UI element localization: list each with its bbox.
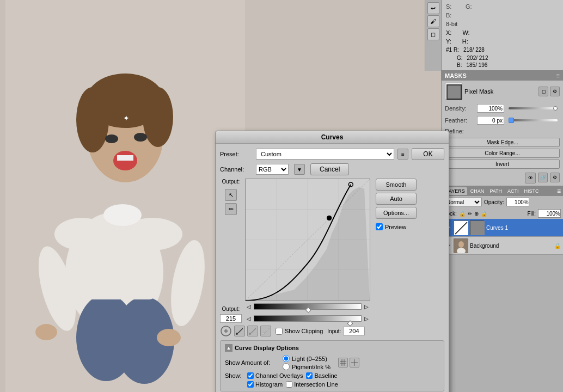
info-panel: S: G: B: 8-bit X: W: Y: H: #1 R: 218/ 22… bbox=[442, 0, 563, 71]
light-pigment-radio-group: Light (0–255) Pigment/Ink % bbox=[283, 355, 331, 370]
output-slider-arrow-right[interactable]: ▷ bbox=[363, 303, 370, 310]
curves-thumbnail bbox=[454, 220, 468, 235]
mask-options-btn[interactable]: ⚙ bbox=[550, 87, 560, 96]
svg-point-4 bbox=[76, 87, 109, 152]
input-value-input[interactable] bbox=[343, 327, 365, 335]
refine-buttons: Mask Edge... Color Range... Invert bbox=[442, 136, 563, 170]
layer-curves-1[interactable]: 👁 Curves 1 bbox=[442, 219, 563, 237]
input-gradient-slider[interactable] bbox=[254, 315, 362, 322]
coord-row: X: W: bbox=[444, 28, 561, 37]
curve-display-options: ▲ Curve Display Options Show Amount of: … bbox=[220, 340, 444, 391]
lock-image-icon[interactable]: ✏ bbox=[468, 211, 472, 217]
eyedropper-black-btn[interactable] bbox=[234, 326, 245, 336]
intersection-label: Intersection Line bbox=[294, 381, 338, 388]
tab-channels[interactable]: CHAN bbox=[468, 187, 487, 195]
tab-actions[interactable]: ACTI bbox=[505, 187, 521, 195]
preset-select[interactable]: Custom bbox=[256, 149, 394, 160]
input-slider-arrow-right[interactable]: ▷ bbox=[363, 315, 370, 322]
brush-tool[interactable]: 🖌 bbox=[427, 15, 439, 27]
mask-view-btn[interactable]: 👁 bbox=[525, 173, 536, 183]
histogram-checkbox[interactable] bbox=[247, 381, 254, 388]
b-label: B: bbox=[446, 12, 457, 19]
lock-all-icon[interactable]: 🔒 bbox=[481, 211, 487, 217]
output-value-input[interactable] bbox=[220, 314, 242, 323]
curve-pen-tool[interactable]: ✏ bbox=[225, 203, 237, 215]
background-lock-icon: 🔒 bbox=[554, 243, 561, 249]
options-toggle-btn[interactable]: ▲ bbox=[225, 344, 232, 352]
feather-label: Feather: bbox=[445, 117, 475, 124]
svg-rect-19 bbox=[76, 245, 155, 299]
tab-paths[interactable]: PATH bbox=[487, 187, 504, 195]
intersection-item: Intersection Line bbox=[286, 381, 338, 388]
curve-graph-container: Output: ↖ ✏ Output: bbox=[220, 179, 444, 323]
pigment-option-label: Pigment/Ink % bbox=[292, 364, 331, 370]
channel-overlays-checkbox[interactable] bbox=[247, 372, 254, 379]
output-slider-arrow-left[interactable]: ◁ bbox=[245, 303, 253, 310]
svg-point-18 bbox=[103, 204, 142, 226]
preset-menu-btn[interactable]: ≡ bbox=[397, 149, 408, 160]
options-header: ▲ Curve Display Options bbox=[225, 344, 439, 352]
refine-label-row: Refine: bbox=[442, 126, 563, 136]
fill-label: Fill: bbox=[527, 211, 536, 217]
lock-transparent-icon[interactable]: 🔒 bbox=[459, 211, 466, 217]
masks-menu-icon[interactable]: ≡ bbox=[556, 72, 560, 79]
svg-point-37 bbox=[236, 333, 238, 335]
w-label: W: bbox=[462, 29, 469, 36]
tab-histogram[interactable]: HISTC bbox=[522, 187, 541, 195]
cancel-button[interactable]: Cancel bbox=[310, 163, 349, 175]
preset-label: Preset: bbox=[220, 151, 253, 157]
mask-label: Pixel Mask bbox=[464, 88, 536, 95]
light-option-label: Light (0–255) bbox=[292, 356, 327, 362]
invert-btn[interactable]: Invert bbox=[445, 160, 560, 169]
smooth-button[interactable]: Smooth bbox=[376, 179, 417, 191]
channel-label: Channel: bbox=[220, 166, 253, 173]
layers-panel: LAYERS CHAN PATH ACTI HISTC ≡ Normal Opa… bbox=[442, 186, 563, 255]
eyedropper-white-btn[interactable] bbox=[260, 326, 271, 336]
g1-label: G: bbox=[457, 55, 463, 61]
channel-select[interactable]: RGB bbox=[256, 164, 289, 175]
channel-settings-btn[interactable]: ▼ bbox=[294, 164, 305, 175]
density-input[interactable] bbox=[477, 104, 504, 113]
h-label: H: bbox=[462, 38, 468, 45]
ok-button[interactable]: OK bbox=[412, 148, 444, 160]
output-top-label: Output: bbox=[222, 179, 240, 185]
eyedropper-gray-btn[interactable] bbox=[247, 326, 258, 336]
mask-tool[interactable]: ◻ bbox=[427, 28, 439, 40]
mask-link-btn[interactable]: 🔗 bbox=[538, 173, 548, 182]
show-clipping-checkbox[interactable] bbox=[276, 328, 283, 335]
density-slider[interactable] bbox=[509, 107, 558, 109]
curve-pointer-tool[interactable]: ↖ bbox=[225, 189, 237, 201]
input-slider-arrow-left[interactable]: ◁ bbox=[245, 315, 253, 322]
feather-slider[interactable] bbox=[509, 119, 558, 121]
opacity-input[interactable] bbox=[506, 198, 529, 206]
lock-position-icon[interactable]: ⊕ bbox=[474, 211, 479, 217]
layer-background[interactable]: 👁 Background 🔒 bbox=[442, 237, 563, 255]
layers-menu-icon[interactable]: ≡ bbox=[557, 187, 561, 195]
show-clipping-label: Show Clipping bbox=[285, 328, 323, 334]
output-gradient-slider[interactable] bbox=[254, 303, 362, 310]
intersection-checkbox[interactable] bbox=[286, 381, 292, 388]
grid-small-btn[interactable] bbox=[338, 358, 348, 367]
r1-label: #1 R: bbox=[446, 47, 459, 53]
mask-filter-btn[interactable]: ⚙ bbox=[550, 173, 560, 182]
color-range-btn[interactable]: Color Range... bbox=[445, 149, 560, 158]
history-tool[interactable]: ↩ bbox=[427, 2, 439, 14]
mask-apply-btn[interactable]: ◻ bbox=[538, 87, 548, 96]
baseline-checkbox[interactable] bbox=[306, 372, 313, 379]
blend-mode-select[interactable]: Normal bbox=[444, 198, 482, 206]
feather-input[interactable] bbox=[477, 116, 504, 125]
grid-large-btn[interactable] bbox=[350, 358, 359, 367]
options-button[interactable]: Options... bbox=[376, 207, 417, 219]
light-radio[interactable] bbox=[283, 355, 290, 362]
mask-edge-btn[interactable]: Mask Edge... bbox=[445, 138, 560, 147]
auto-button[interactable]: Auto bbox=[376, 193, 417, 205]
channel-overlays-item: Channel Overlays bbox=[247, 372, 303, 379]
fill-input[interactable] bbox=[538, 209, 561, 218]
lock-row: Lock: 🔒 ✏ ⊕ 🔒 Fill: bbox=[442, 208, 563, 219]
curve-path-svg bbox=[246, 179, 370, 301]
preview-checkbox[interactable] bbox=[376, 223, 383, 230]
curves-graph[interactable] bbox=[245, 179, 370, 301]
preview-label: Preview bbox=[385, 224, 406, 230]
pigment-radio[interactable] bbox=[283, 363, 290, 370]
curve-adjust-icon bbox=[220, 325, 232, 337]
